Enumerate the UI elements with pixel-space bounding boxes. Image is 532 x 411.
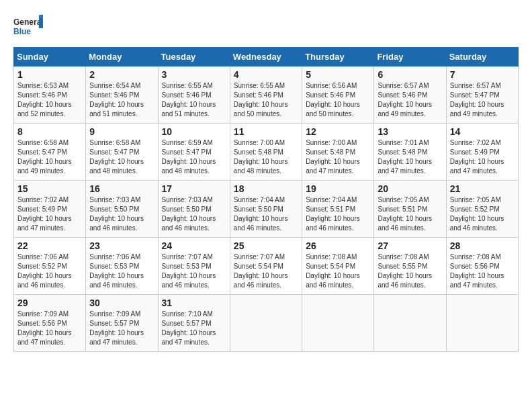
day-cell-11: 11 Sunrise: 7:00 AM Sunset: 5:48 PM Dayl… [230,124,302,181]
day-info: Sunrise: 7:09 AM Sunset: 5:57 PM Dayligh… [89,310,154,347]
day-info: Sunrise: 7:08 AM Sunset: 5:54 PM Dayligh… [306,253,370,290]
day-info: Sunrise: 7:06 AM Sunset: 5:53 PM Dayligh… [89,253,154,290]
day-number: 21 [450,183,515,194]
day-number: 16 [89,183,154,194]
day-number: 25 [234,240,298,251]
day-info: Sunrise: 7:09 AM Sunset: 5:56 PM Dayligh… [17,310,82,347]
day-info: Sunrise: 6:57 AM Sunset: 5:46 PM Dayligh… [378,81,442,119]
day-cell-31: 31 Sunrise: 7:10 AM Sunset: 5:57 PM Dayl… [158,295,230,352]
header-friday: Friday [374,48,446,66]
day-cell-8: 8 Sunrise: 6:58 AM Sunset: 5:47 PM Dayli… [14,124,86,181]
header-monday: Monday [86,48,158,66]
day-number: 10 [162,126,226,137]
day-info: Sunrise: 7:06 AM Sunset: 5:52 PM Dayligh… [17,253,82,290]
day-info: Sunrise: 7:00 AM Sunset: 5:48 PM Dayligh… [234,138,298,176]
day-cell-9: 9 Sunrise: 6:58 AM Sunset: 5:47 PM Dayli… [86,124,158,181]
day-number: 29 [17,298,82,308]
day-cell-2: 2 Sunrise: 6:54 AM Sunset: 5:46 PM Dayli… [86,66,158,124]
day-number: 14 [450,126,515,137]
day-cell-26: 26 Sunrise: 7:08 AM Sunset: 5:54 PM Dayl… [302,238,374,295]
day-cell-4: 4 Sunrise: 6:55 AM Sunset: 5:46 PM Dayli… [230,66,302,124]
day-info: Sunrise: 6:54 AM Sunset: 5:46 PM Dayligh… [89,81,154,119]
day-cell-15: 15 Sunrise: 7:02 AM Sunset: 5:49 PM Dayl… [14,181,86,238]
day-cell-22: 22 Sunrise: 7:06 AM Sunset: 5:52 PM Dayl… [14,238,86,295]
day-cell-7: 7 Sunrise: 6:57 AM Sunset: 5:47 PM Dayli… [446,66,518,124]
day-number: 20 [378,183,442,194]
day-number: 30 [89,298,154,308]
week-row-4: 22 Sunrise: 7:06 AM Sunset: 5:52 PM Dayl… [14,238,519,295]
day-number: 3 [162,69,226,80]
day-info: Sunrise: 6:59 AM Sunset: 5:47 PM Dayligh… [162,138,226,176]
day-cell-28: 28 Sunrise: 7:08 AM Sunset: 5:56 PM Dayl… [446,238,518,295]
header-wednesday: Wednesday [230,48,302,66]
empty-cell [230,295,302,352]
day-cell-17: 17 Sunrise: 7:03 AM Sunset: 5:50 PM Dayl… [158,181,230,238]
day-info: Sunrise: 7:07 AM Sunset: 5:53 PM Dayligh… [162,253,226,290]
day-cell-16: 16 Sunrise: 7:03 AM Sunset: 5:50 PM Dayl… [86,181,158,238]
day-info: Sunrise: 7:04 AM Sunset: 5:50 PM Dayligh… [234,195,298,233]
week-row-3: 15 Sunrise: 7:02 AM Sunset: 5:49 PM Dayl… [14,181,519,238]
day-number: 17 [162,183,226,194]
day-cell-18: 18 Sunrise: 7:04 AM Sunset: 5:50 PM Dayl… [230,181,302,238]
day-number: 28 [450,240,515,251]
header-saturday: Saturday [446,48,518,66]
day-cell-23: 23 Sunrise: 7:06 AM Sunset: 5:53 PM Dayl… [86,238,158,295]
day-info: Sunrise: 6:57 AM Sunset: 5:47 PM Dayligh… [450,81,515,119]
day-info: Sunrise: 6:58 AM Sunset: 5:47 PM Dayligh… [89,138,154,176]
day-cell-24: 24 Sunrise: 7:07 AM Sunset: 5:53 PM Dayl… [158,238,230,295]
day-number: 19 [306,183,370,194]
logo-svg: General Blue [13,13,43,40]
day-cell-30: 30 Sunrise: 7:09 AM Sunset: 5:57 PM Dayl… [86,295,158,352]
week-row-1: 1 Sunrise: 6:53 AM Sunset: 5:46 PM Dayli… [14,66,519,124]
day-number: 13 [378,126,442,137]
day-cell-27: 27 Sunrise: 7:08 AM Sunset: 5:55 PM Dayl… [374,238,446,295]
day-number: 6 [378,69,442,80]
day-info: Sunrise: 6:53 AM Sunset: 5:46 PM Dayligh… [17,81,82,119]
logo-container: General Blue [13,13,43,40]
logo-inner: General Blue [13,13,43,40]
day-info: Sunrise: 7:08 AM Sunset: 5:56 PM Dayligh… [450,253,515,290]
day-number: 26 [306,240,370,251]
day-number: 12 [306,126,370,137]
day-info: Sunrise: 7:05 AM Sunset: 5:51 PM Dayligh… [378,195,442,233]
header-thursday: Thursday [302,48,374,66]
calendar-table: Sunday Monday Tuesday Wednesday Thursday… [13,47,519,352]
day-cell-29: 29 Sunrise: 7:09 AM Sunset: 5:56 PM Dayl… [14,295,86,352]
day-number: 5 [306,69,370,80]
day-number: 1 [17,69,82,80]
day-info: Sunrise: 7:00 AM Sunset: 5:48 PM Dayligh… [306,138,370,176]
day-info: Sunrise: 7:08 AM Sunset: 5:55 PM Dayligh… [378,253,442,290]
week-row-2: 8 Sunrise: 6:58 AM Sunset: 5:47 PM Dayli… [14,124,519,181]
day-info: Sunrise: 7:02 AM Sunset: 5:49 PM Dayligh… [17,195,82,233]
day-info: Sunrise: 7:03 AM Sunset: 5:50 PM Dayligh… [89,195,154,233]
day-cell-10: 10 Sunrise: 6:59 AM Sunset: 5:47 PM Dayl… [158,124,230,181]
day-number: 9 [89,126,154,137]
day-number: 8 [17,126,82,137]
day-number: 7 [450,69,515,80]
day-cell-21: 21 Sunrise: 7:05 AM Sunset: 5:52 PM Dayl… [446,181,518,238]
day-info: Sunrise: 7:03 AM Sunset: 5:50 PM Dayligh… [162,195,226,233]
day-cell-14: 14 Sunrise: 7:02 AM Sunset: 5:49 PM Dayl… [446,124,518,181]
day-info: Sunrise: 7:04 AM Sunset: 5:51 PM Dayligh… [306,195,370,233]
day-info: Sunrise: 6:55 AM Sunset: 5:46 PM Dayligh… [162,81,226,119]
day-number: 4 [234,69,298,80]
day-number: 18 [234,183,298,194]
day-info: Sunrise: 6:58 AM Sunset: 5:47 PM Dayligh… [17,138,82,176]
day-info: Sunrise: 7:05 AM Sunset: 5:52 PM Dayligh… [450,195,515,233]
day-cell-3: 3 Sunrise: 6:55 AM Sunset: 5:46 PM Dayli… [158,66,230,124]
weekday-header-row: Sunday Monday Tuesday Wednesday Thursday… [14,48,519,66]
day-cell-19: 19 Sunrise: 7:04 AM Sunset: 5:51 PM Dayl… [302,181,374,238]
day-cell-6: 6 Sunrise: 6:57 AM Sunset: 5:46 PM Dayli… [374,66,446,124]
header-sunday: Sunday [14,48,86,66]
day-number: 11 [234,126,298,137]
day-info: Sunrise: 7:01 AM Sunset: 5:48 PM Dayligh… [378,138,442,176]
day-info: Sunrise: 7:07 AM Sunset: 5:54 PM Dayligh… [234,253,298,290]
day-info: Sunrise: 6:56 AM Sunset: 5:46 PM Dayligh… [306,81,370,119]
logo: General Blue [13,13,43,40]
day-cell-13: 13 Sunrise: 7:01 AM Sunset: 5:48 PM Dayl… [374,124,446,181]
empty-cell [374,295,446,352]
week-row-5: 29 Sunrise: 7:09 AM Sunset: 5:56 PM Dayl… [14,295,519,352]
day-number: 23 [89,240,154,251]
day-info: Sunrise: 7:10 AM Sunset: 5:57 PM Dayligh… [162,310,226,347]
day-info: Sunrise: 7:02 AM Sunset: 5:49 PM Dayligh… [450,138,515,176]
